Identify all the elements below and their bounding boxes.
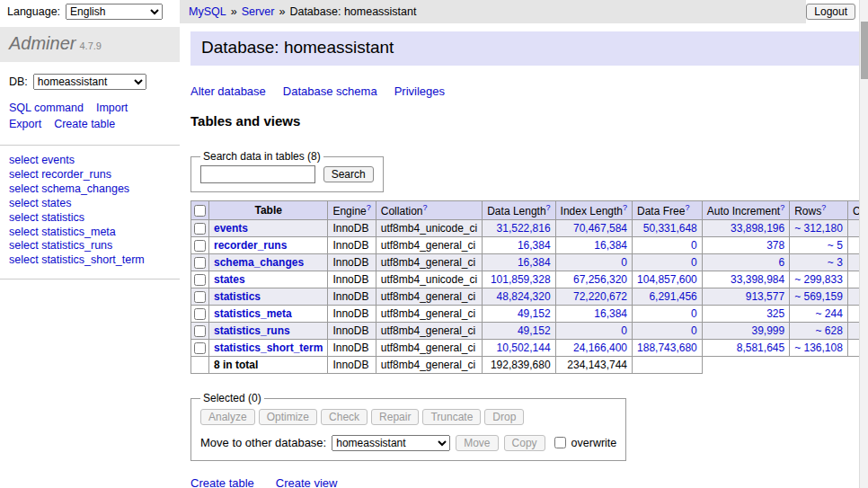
- rows-link[interactable]: ~ 299,833: [794, 273, 843, 286]
- language-select[interactable]: English: [66, 4, 163, 20]
- select-all-checkbox[interactable]: [194, 205, 206, 217]
- data-length-link[interactable]: 101,859,328: [491, 273, 551, 286]
- analyze-button[interactable]: Analyze: [200, 409, 255, 425]
- db-select[interactable]: homeassistant: [33, 74, 146, 90]
- row-checkbox[interactable]: [194, 342, 206, 354]
- index-length-link[interactable]: 70,467,584: [573, 222, 627, 235]
- rows-link[interactable]: ~ 136,108: [794, 342, 843, 354]
- auto-increment-link[interactable]: 33,398,984: [731, 273, 784, 286]
- help-link[interactable]: ?: [367, 203, 371, 212]
- alter-database-link[interactable]: Alter database: [190, 84, 266, 98]
- index-length-link[interactable]: 72,220,672: [573, 290, 627, 303]
- sidebar-select-states-link[interactable]: select states: [9, 197, 171, 211]
- help-link[interactable]: ?: [422, 203, 427, 212]
- database-schema-link[interactable]: Database schema: [283, 84, 377, 98]
- sidebar-link-sql-command[interactable]: SQL command: [9, 102, 84, 114]
- move-db-select[interactable]: homeassistant: [332, 435, 450, 451]
- search-button[interactable]: Search: [323, 166, 374, 182]
- sidebar-link-import[interactable]: Import: [96, 102, 128, 114]
- data-length-link[interactable]: 31,522,816: [497, 222, 551, 235]
- auto-increment-link[interactable]: 913,577: [746, 290, 784, 303]
- sidebar-select-events-link[interactable]: select events: [9, 154, 171, 168]
- help-link[interactable]: ?: [623, 203, 627, 212]
- table-name-link-statistics-short-term[interactable]: statistics_short_term: [214, 342, 323, 354]
- auto-increment-link[interactable]: 39,999: [751, 324, 784, 337]
- data-free-link[interactable]: 6,291,456: [649, 290, 696, 303]
- data-free-link[interactable]: 50,331,648: [643, 222, 697, 235]
- breadcrumb-link-server[interactable]: Server: [242, 5, 275, 18]
- privileges-link[interactable]: Privileges: [394, 84, 445, 98]
- data-length-link[interactable]: 16,384: [518, 239, 551, 252]
- index-length-link[interactable]: 67,256,320: [573, 273, 627, 286]
- data-free-link[interactable]: 0: [691, 324, 697, 337]
- optimize-button[interactable]: Optimize: [259, 409, 317, 425]
- table-name-link-recorder-runs[interactable]: recorder_runs: [214, 239, 287, 252]
- rows-link[interactable]: ~ 244: [816, 307, 843, 320]
- data-free-link[interactable]: 0: [691, 307, 697, 320]
- row-checkbox[interactable]: [194, 274, 206, 286]
- auto-increment-link[interactable]: 6: [778, 256, 784, 269]
- data-length-link[interactable]: 16,384: [518, 256, 551, 269]
- search-input[interactable]: [200, 165, 315, 183]
- rows-link[interactable]: ~ 3: [828, 256, 843, 269]
- row-checkbox[interactable]: [194, 308, 206, 320]
- vertical-scrollbar[interactable]: [859, 0, 868, 488]
- repair-button[interactable]: Repair: [371, 409, 419, 425]
- row-checkbox[interactable]: [194, 257, 206, 269]
- help-link[interactable]: ?: [685, 203, 689, 212]
- scrollbar-thumb[interactable]: [861, 22, 868, 79]
- sidebar-select-statistics-short-term-link[interactable]: select statistics_short_term: [9, 253, 171, 268]
- index-length-link[interactable]: 16,384: [594, 307, 627, 320]
- auto-increment-link[interactable]: 378: [766, 239, 784, 252]
- data-length-link[interactable]: 49,152: [518, 307, 551, 320]
- auto-increment-link[interactable]: 8,581,645: [737, 342, 784, 354]
- help-link[interactable]: ?: [821, 203, 826, 212]
- row-checkbox[interactable]: [194, 291, 206, 303]
- index-length-link[interactable]: 24,166,400: [573, 342, 627, 354]
- move-button[interactable]: Move: [456, 435, 498, 451]
- index-length-link[interactable]: 0: [621, 324, 627, 337]
- data-free-link[interactable]: 0: [691, 239, 697, 252]
- data-free-link[interactable]: 104,857,600: [637, 273, 697, 286]
- sidebar-link-create-table[interactable]: Create table: [54, 118, 115, 130]
- sidebar-select-statistics-runs-link[interactable]: select statistics_runs: [9, 239, 171, 253]
- table-name-link-statistics-runs[interactable]: statistics_runs: [214, 324, 290, 337]
- help-link[interactable]: ?: [546, 203, 551, 212]
- sidebar-select-schema-changes-link[interactable]: select schema_changes: [9, 182, 171, 197]
- row-checkbox[interactable]: [194, 240, 206, 252]
- table-name-link-events[interactable]: events: [214, 222, 248, 235]
- data-length-link[interactable]: 10,502,144: [497, 342, 551, 354]
- help-link[interactable]: ?: [780, 203, 784, 212]
- row-checkbox[interactable]: [194, 325, 206, 337]
- sidebar-select-statistics-link[interactable]: select statistics: [9, 211, 171, 226]
- table-name-link-statistics-meta[interactable]: statistics_meta: [214, 307, 292, 320]
- auto-increment-link[interactable]: 33,898,196: [731, 222, 784, 235]
- rows-link[interactable]: ~ 569,159: [794, 290, 843, 303]
- sidebar-select-recorder-runs-link[interactable]: select recorder_runs: [9, 168, 171, 182]
- truncate-button[interactable]: Truncate: [422, 409, 481, 425]
- copy-button[interactable]: Copy: [504, 435, 545, 451]
- breadcrumb-link-mysql[interactable]: MySQL: [189, 5, 226, 18]
- auto-increment-link[interactable]: 325: [766, 307, 784, 320]
- create-view-link[interactable]: Create view: [276, 476, 338, 488]
- table-name-link-statistics[interactable]: statistics: [214, 290, 261, 303]
- rows-link[interactable]: ~ 5: [828, 239, 843, 252]
- overwrite-checkbox[interactable]: [554, 437, 566, 448]
- drop-button[interactable]: Drop: [484, 409, 524, 425]
- data-length-link[interactable]: 49,152: [518, 324, 551, 337]
- index-length-link[interactable]: 0: [621, 256, 627, 269]
- table-name-link-states[interactable]: states: [214, 273, 245, 286]
- rows-link[interactable]: ~ 628: [816, 324, 843, 337]
- data-free-link[interactable]: 0: [691, 256, 697, 269]
- index-length-link[interactable]: 16,384: [594, 239, 627, 252]
- row-checkbox[interactable]: [194, 223, 206, 235]
- data-free-link[interactable]: 188,743,680: [637, 342, 697, 354]
- sidebar-select-statistics-meta-link[interactable]: select statistics_meta: [9, 226, 171, 240]
- data-length-link[interactable]: 48,824,320: [497, 290, 551, 303]
- create-table-link[interactable]: Create table: [190, 476, 254, 488]
- logout-button[interactable]: Logout: [806, 4, 855, 20]
- table-name-link-schema-changes[interactable]: schema_changes: [214, 256, 304, 269]
- check-button[interactable]: Check: [321, 409, 368, 425]
- sidebar-link-export[interactable]: Export: [9, 118, 41, 130]
- rows-link[interactable]: ~ 312,180: [794, 222, 843, 235]
